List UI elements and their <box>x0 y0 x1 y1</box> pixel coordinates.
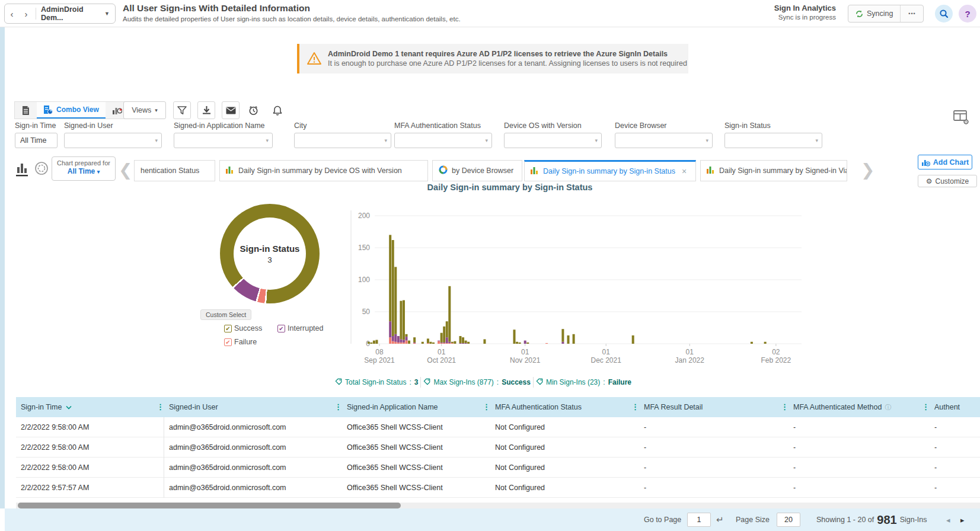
stat-value: Success <box>502 378 531 386</box>
column-settings-icon[interactable] <box>953 110 969 127</box>
goto-page-input[interactable] <box>687 513 711 527</box>
syncing-button[interactable]: Syncing <box>848 5 901 22</box>
column-header-authent[interactable]: Authent <box>930 397 980 417</box>
filter-input[interactable]: ▾ <box>64 133 162 148</box>
donut-chart-toggle-icon[interactable] <box>34 161 49 178</box>
divider <box>36 8 36 20</box>
add-chart-label: Add Chart <box>933 158 969 167</box>
donut-chart: Sign-in Status 3 <box>220 204 320 303</box>
svg-text:Oct 2021: Oct 2021 <box>427 356 456 364</box>
checkbox-checked-icon[interactable]: ✔ <box>277 325 285 332</box>
views-dropdown[interactable]: Views ▾ <box>123 101 166 119</box>
donut-center-value: 3 <box>267 255 272 264</box>
horizontal-scrollbar-thumb[interactable] <box>18 503 401 508</box>
combo-view-button[interactable]: Combo View <box>37 102 106 119</box>
column-label: MFA Authentication Status <box>495 403 582 411</box>
sort-asc-icon[interactable] <box>66 403 72 411</box>
left-scroll-strip[interactable] <box>0 27 5 508</box>
syncing-label: Syncing <box>867 9 893 18</box>
enter-icon[interactable]: ↵ <box>716 508 724 531</box>
table-cell: - <box>639 478 789 498</box>
alerts-button[interactable] <box>269 101 286 119</box>
mail-icon <box>226 107 236 114</box>
table-cell: 2/2/2022 9:58:00 AM <box>16 437 164 458</box>
checkbox-checked-icon[interactable]: ✔ <box>224 325 232 332</box>
page-size-input[interactable] <box>777 513 800 527</box>
add-chart-button[interactable]: Add Chart <box>918 155 972 169</box>
close-icon[interactable]: × <box>682 167 687 176</box>
chart-tab-label: by Device Browser <box>452 167 513 175</box>
column-header-mfa-authentication-status[interactable]: MFA Authentication Status <box>490 397 639 417</box>
column-menu-icon[interactable]: ⋮ <box>157 402 164 411</box>
chart-tab-0[interactable]: hentication Status <box>134 160 215 181</box>
table-row[interactable]: 2/2/2022 9:57:57 AMadmin@o365droid.onmic… <box>16 478 980 498</box>
table-cell: - <box>789 458 930 478</box>
horizontal-scrollbar[interactable] <box>16 503 980 508</box>
checkbox-checked-icon[interactable]: ✔ <box>224 338 232 346</box>
column-header-signed-in-application-name[interactable]: Signed-in Application Name <box>342 397 490 417</box>
stat-label: Max Sign-Ins (877) <box>433 378 493 386</box>
banner-subtitle: It is enough to purchase one Azure AD P1… <box>328 59 687 68</box>
filter-sign-in-time: Sign-in TimeAll Time <box>15 121 58 148</box>
filter-input[interactable]: ▾ <box>394 133 492 148</box>
email-button[interactable] <box>222 101 240 119</box>
table-row[interactable]: 2/2/2022 9:58:00 AMadmin@o365droid.onmic… <box>16 417 980 437</box>
column-menu-icon[interactable]: ⋮ <box>922 402 930 411</box>
filter-input[interactable]: ▾ <box>294 133 391 148</box>
forward-icon[interactable]: › <box>19 9 33 19</box>
chart-prepared-for[interactable]: Chart prepared for All Time ▾ <box>52 156 116 181</box>
chart-tab-3[interactable]: Daily Sign-in summary by Sign-in Status× <box>524 160 696 181</box>
column-menu-icon[interactable]: ⋮ <box>631 402 639 411</box>
table-cell: Office365 Shell WCSS-Client <box>342 478 490 498</box>
filter-device-browser: Device Browser▾ <box>615 121 713 148</box>
column-header-sign-in-time[interactable]: Sign-in Time <box>16 397 164 417</box>
chart-tab-1[interactable]: Daily Sign-in summary by Device OS with … <box>219 160 428 181</box>
tabs-scroll-left-icon[interactable]: ❮ <box>119 161 132 179</box>
chevron-down-icon: ▾ <box>155 107 158 113</box>
table-cell: - <box>789 417 930 437</box>
svg-text:02: 02 <box>772 348 780 356</box>
table-row[interactable]: 2/2/2022 9:58:00 AMadmin@o365droid.onmic… <box>16 458 980 478</box>
bar-chart-toggle-icon[interactable] <box>16 161 29 179</box>
custom-select-button[interactable]: Custom Select <box>200 309 251 320</box>
tabs-scroll-right-icon[interactable]: ❯ <box>861 161 874 179</box>
bar-chart-icon <box>707 166 715 175</box>
search-button[interactable] <box>935 5 953 23</box>
table-cell: 2/2/2022 9:57:57 AM <box>16 478 164 498</box>
bar-chart-icon <box>226 166 234 175</box>
filter-input[interactable]: ▾ <box>724 133 822 148</box>
column-header-mfa-authenticated-method[interactable]: MFA Authenticated Methodⓘ <box>789 397 930 417</box>
chart-tab-2[interactable]: by Device Browser <box>432 160 522 181</box>
grid-view-button[interactable] <box>15 102 37 119</box>
legend-failure[interactable]: ✔Failure <box>224 338 277 346</box>
schedule-button[interactable] <box>244 101 262 119</box>
filter-input[interactable]: All Time <box>15 133 58 148</box>
tenant-selector[interactable]: ‹ › AdminDroid Dem... ▼ <box>4 4 116 24</box>
filter-input[interactable]: ▾ <box>174 133 273 148</box>
goto-page-label: Go to Page <box>644 508 681 531</box>
table-cell: - <box>930 437 980 458</box>
column-header-signed-in-user[interactable]: Signed-in User <box>164 397 342 417</box>
help-button[interactable]: ? <box>959 5 976 23</box>
customize-button[interactable]: ⚙ Customize <box>918 175 977 187</box>
prev-page-icon[interactable]: ◂ <box>946 508 950 531</box>
back-icon[interactable]: ‹ <box>5 9 19 19</box>
table-header: Sign-in TimeSigned-in User⋮Signed-in App… <box>16 397 980 417</box>
filter-input[interactable]: ▾ <box>504 133 602 148</box>
legend-success[interactable]: ✔Success <box>224 324 277 332</box>
table-row[interactable]: 2/2/2022 9:58:00 AMadmin@o365droid.onmic… <box>16 437 980 458</box>
column-menu-icon[interactable]: ⋮ <box>483 402 490 411</box>
filter-button[interactable] <box>173 101 191 119</box>
stat-value: 3 <box>414 378 419 386</box>
column-header-mfa-result-detail[interactable]: MFA Result Detail <box>639 397 789 417</box>
next-page-icon[interactable]: ▸ <box>960 508 965 531</box>
stat-label: Min Sign-Ins (23) <box>546 378 600 386</box>
column-menu-icon[interactable]: ⋮ <box>781 402 789 411</box>
chart-tab-4[interactable]: Daily Sign-in summary by Signed-in Via <box>700 160 847 181</box>
chevron-down-icon: ▾ <box>706 137 708 143</box>
filter-input[interactable]: ▾ <box>615 133 713 148</box>
more-options-button[interactable]: ••• <box>901 5 923 22</box>
document-icon <box>21 105 30 116</box>
export-button[interactable] <box>197 101 215 119</box>
column-menu-icon[interactable]: ⋮ <box>334 402 342 411</box>
